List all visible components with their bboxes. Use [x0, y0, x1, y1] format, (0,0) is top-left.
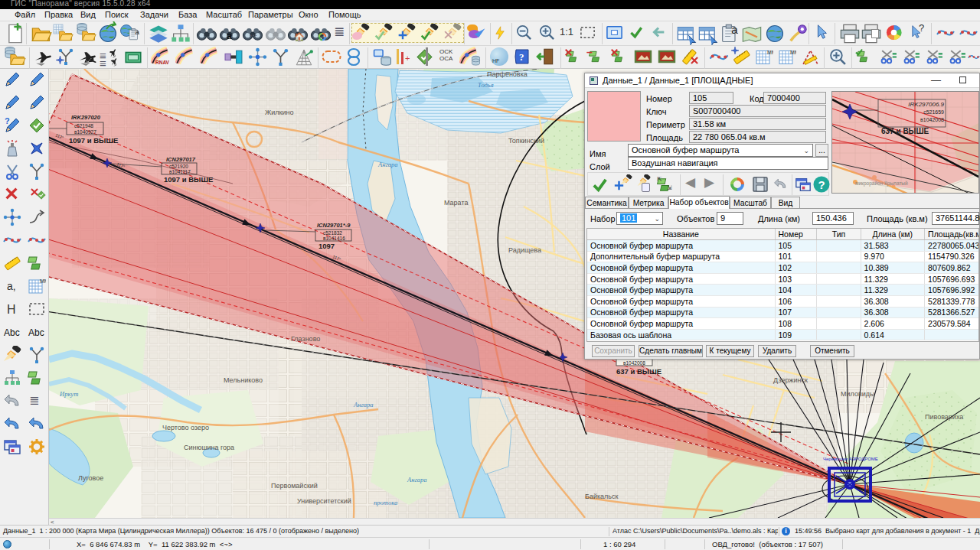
svg-text:Радищева: Радищева [508, 246, 541, 254]
svg-text:Ангара: Ангара [407, 476, 426, 483]
svg-text:в1041416: в1041416 [323, 236, 345, 241]
svg-text:Черемушки АЭРОДРОМЕ: Черемушки АЭРОДРОМЕ [823, 457, 878, 461]
svg-text:Миловиды: Миловиды [841, 390, 874, 398]
svg-text:Парфёновка: Парфёновка [487, 70, 528, 78]
svg-text:Иркут: Иркут [59, 390, 78, 398]
svg-text:Тодья: Тодья [478, 81, 494, 89]
svg-text:Дзержинск: Дзержинск [773, 376, 808, 384]
svg-text:Луговое: Луговое [78, 474, 103, 482]
svg-text:Топкинский: Топкинский [508, 137, 544, 145]
svg-text:Ангара: Ангара [377, 161, 397, 168]
svg-text:Пивовариха: Пивовариха [925, 413, 963, 421]
svg-text:c521948: c521948 [74, 123, 93, 129]
svg-text:Университетский: Университетский [297, 497, 351, 505]
svg-text:Ангара: Ангара [353, 401, 373, 408]
svg-text:1097: 1097 [318, 242, 335, 250]
svg-text:1097 и ВЫШЕ: 1097 и ВЫШЕ [69, 136, 118, 145]
svg-text:в1040927: в1040927 [74, 129, 96, 135]
svg-text:c521659: c521659 [923, 109, 944, 115]
svg-text:Жилкино: Жилкино [265, 109, 294, 116]
svg-text:ICN297017: ICN297017 [166, 156, 196, 163]
svg-text:IRK297006.9: IRK297006.9 [908, 101, 944, 108]
svg-text:в1041117: в1041117 [169, 169, 191, 174]
svg-text:1097 и ВЫШЕ: 1097 и ВЫШЕ [164, 175, 213, 184]
svg-text:c521920: c521920 [169, 164, 188, 169]
svg-text:c521832: c521832 [323, 230, 342, 236]
svg-text:IRK297020: IRK297020 [71, 114, 101, 121]
svg-text:637 и ВЫШЕ: 637 и ВЫШЕ [616, 367, 662, 376]
svg-text:Марата: Марата [444, 199, 468, 207]
svg-text:Первомайский: Первомайский [271, 482, 318, 490]
svg-text:ICN29701*-9: ICN29701*-9 [317, 222, 351, 229]
svg-text:Мельниково: Мельниково [224, 376, 263, 384]
svg-text:Синюшина гора: Синюшина гора [184, 444, 234, 451]
svg-text:протока: протока [374, 499, 397, 506]
svg-text:в1042008: в1042008 [623, 360, 645, 366]
svg-text:Глазново: Глазново [291, 335, 320, 343]
svg-text:Байкальск: Байкальск [585, 493, 619, 500]
svg-text:в1042008: в1042008 [920, 117, 944, 122]
svg-text:637 и ВЫШЕ: 637 и ВЫШЕ [881, 127, 929, 135]
svg-text:Чертово озеро: Чертово озеро [162, 424, 209, 431]
svg-text:микрорайон Крылатый: микрорайон Крылатый [855, 181, 908, 187]
